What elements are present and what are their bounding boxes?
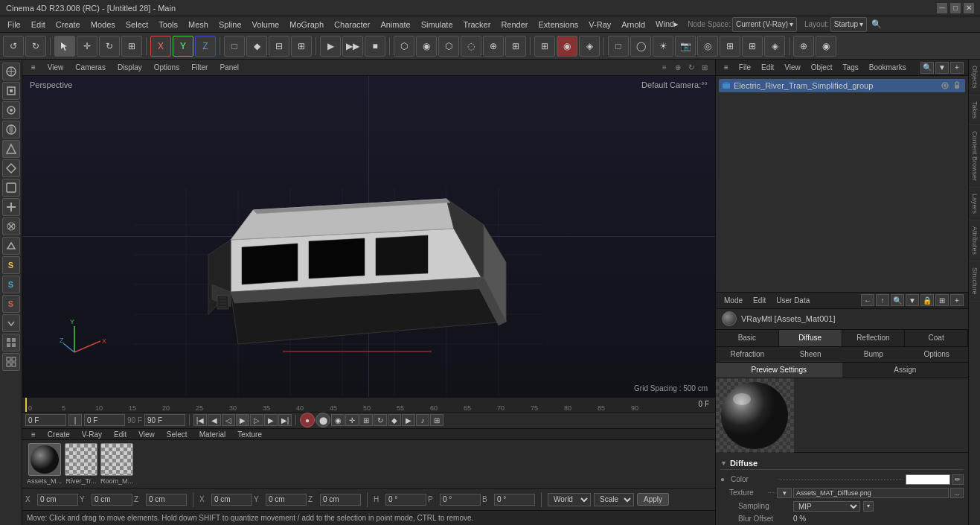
coord-y-input[interactable] bbox=[92, 494, 132, 506]
menu-simulate[interactable]: Simulate bbox=[417, 19, 458, 31]
maximize-button[interactable]: □ bbox=[950, 3, 961, 13]
polygon-mode-button[interactable]: ⊞ bbox=[291, 36, 312, 57]
size-y-input[interactable] bbox=[266, 494, 307, 506]
mat-material[interactable]: Material bbox=[195, 430, 231, 439]
vt-display[interactable]: Display bbox=[113, 63, 147, 72]
left-tool-s1[interactable]: S bbox=[2, 256, 20, 274]
mat-menu-icon[interactable]: ≡ bbox=[27, 430, 40, 439]
layout-search-icon[interactable]: 🔍 bbox=[871, 19, 882, 29]
vt-view[interactable]: View bbox=[43, 63, 68, 72]
prev-key-button[interactable]: ◁ bbox=[222, 414, 235, 426]
end-frame-input[interactable] bbox=[144, 414, 185, 426]
om-bookmarks[interactable]: Bookmarks bbox=[865, 63, 910, 72]
material-item-2[interactable]: Room_M... bbox=[100, 443, 133, 485]
om-menu-icon[interactable]: ≡ bbox=[720, 63, 732, 72]
material-item-0[interactable]: Assets_M... bbox=[27, 443, 62, 485]
mat-texture[interactable]: Texture bbox=[233, 430, 266, 439]
left-tool-8[interactable] bbox=[2, 217, 20, 235]
mat-vray[interactable]: V-Ray bbox=[77, 430, 106, 439]
next-key-button[interactable]: ▷ bbox=[250, 414, 263, 426]
frame-prev-input[interactable]: | bbox=[68, 414, 82, 426]
ae-back-icon[interactable]: ← bbox=[861, 294, 874, 306]
left-tool-s2[interactable]: S bbox=[2, 276, 20, 293]
render-button[interactable]: ◉ bbox=[557, 36, 577, 57]
coord-x-input[interactable] bbox=[37, 494, 78, 506]
left-tool-1[interactable] bbox=[2, 82, 20, 100]
om-view[interactable]: View bbox=[781, 63, 804, 72]
motion-mode-button[interactable]: ◉ bbox=[331, 414, 345, 426]
sky-button[interactable]: ◯ bbox=[630, 36, 651, 57]
3d-viewport[interactable]: Perspective Default Camera:°° Grid Spaci… bbox=[22, 76, 715, 397]
assign-tab[interactable]: Assign bbox=[842, 363, 969, 378]
timeline-ruler[interactable]: 0 5 10 15 20 25 30 35 40 45 50 55 60 65 … bbox=[22, 398, 715, 413]
close-button[interactable]: ✕ bbox=[964, 3, 974, 13]
minimize-button[interactable]: ─ bbox=[937, 3, 947, 13]
side-tab-structure[interactable]: Structure bbox=[969, 261, 980, 302]
left-tool-6[interactable] bbox=[2, 179, 20, 197]
menu-tracker[interactable]: Tracker bbox=[459, 19, 496, 31]
stop-button[interactable]: ■ bbox=[365, 36, 385, 57]
select-mode-button[interactable] bbox=[54, 36, 75, 57]
mat-sub-sheen[interactable]: Sheen bbox=[779, 347, 842, 362]
mat-tab-basic[interactable]: Basic bbox=[716, 330, 779, 346]
ae-search-icon[interactable]: 🔍 bbox=[891, 294, 904, 306]
tree-item-tram[interactable]: Electric_River_Tram_Simplified_group bbox=[719, 79, 965, 92]
apply-button[interactable]: Apply bbox=[637, 493, 669, 506]
left-tool-4[interactable] bbox=[2, 140, 20, 158]
menu-tools[interactable]: Tools bbox=[154, 19, 182, 31]
prev-frame-button[interactable]: ◀ bbox=[208, 414, 221, 426]
vt-options[interactable]: Options bbox=[150, 63, 184, 72]
menu-file[interactable]: File bbox=[3, 19, 25, 31]
mat-sub-options[interactable]: Options bbox=[905, 347, 968, 362]
preview-settings-tab[interactable]: Preview Settings bbox=[716, 363, 842, 378]
mat-create[interactable]: Create bbox=[43, 430, 74, 439]
preview-button[interactable]: ▶ bbox=[402, 414, 415, 426]
side-tab-content-browser[interactable]: Content Browser bbox=[969, 125, 980, 188]
auto-key-button[interactable]: ⬤ bbox=[316, 413, 330, 427]
ae-mode[interactable]: Mode bbox=[720, 296, 746, 305]
side-tab-layers[interactable]: Layers bbox=[969, 188, 980, 220]
cinema-button[interactable]: ▶ bbox=[320, 36, 341, 57]
key-sel-button[interactable]: ↻ bbox=[374, 414, 387, 426]
object-mode-button[interactable]: □ bbox=[224, 36, 245, 57]
ae-add-icon[interactable]: + bbox=[950, 294, 964, 306]
menu-character[interactable]: Character bbox=[330, 19, 374, 31]
layout-selector[interactable]: Startup ▾ bbox=[830, 17, 867, 32]
snapping-button[interactable]: ⊕ bbox=[793, 36, 814, 57]
ae-up-icon[interactable]: ↑ bbox=[876, 294, 889, 306]
edge-mode-button[interactable]: ⊟ bbox=[269, 36, 289, 57]
target-button[interactable]: ◎ bbox=[697, 36, 718, 57]
texture-dropdown[interactable]: ▾ bbox=[777, 488, 792, 498]
next-frame-button[interactable]: ▶ bbox=[264, 414, 278, 426]
spline-button[interactable]: ◌ bbox=[461, 36, 481, 57]
sound-button[interactable]: ♪ bbox=[416, 414, 429, 426]
array-button[interactable]: ⊞ bbox=[505, 36, 526, 57]
mat-view[interactable]: View bbox=[134, 430, 159, 439]
color-picker-button[interactable]: ✏ bbox=[952, 474, 964, 485]
ae-dots-icon[interactable]: ⊞ bbox=[935, 294, 949, 306]
left-tool-arrow[interactable] bbox=[2, 314, 20, 332]
viewport-icon-4[interactable]: ⊞ bbox=[699, 62, 711, 74]
play-button[interactable]: ▶ bbox=[236, 414, 249, 426]
x-axis-button[interactable]: X bbox=[150, 36, 171, 57]
redo-button[interactable]: ↻ bbox=[25, 36, 46, 57]
side-tab-attributes[interactable]: Attributes bbox=[969, 220, 980, 261]
start-frame-input[interactable] bbox=[84, 414, 125, 426]
left-tool-3[interactable] bbox=[2, 121, 20, 139]
key-pos-button[interactable]: ◆ bbox=[388, 414, 401, 426]
extra-key-button[interactable]: ⊞ bbox=[430, 414, 443, 426]
left-tool-7[interactable] bbox=[2, 198, 20, 216]
sampling-select[interactable]: MIP None Summed Area bbox=[793, 501, 860, 512]
om-search-icon[interactable]: 🔍 bbox=[920, 62, 934, 74]
menu-create[interactable]: Create bbox=[51, 19, 85, 31]
y-axis-button[interactable]: Y bbox=[173, 36, 193, 57]
symbol-button[interactable]: ⊞ bbox=[742, 36, 763, 57]
menu-render[interactable]: Render bbox=[496, 19, 532, 31]
snap-options-button[interactable]: ◉ bbox=[816, 36, 836, 57]
coord-z-input[interactable] bbox=[146, 494, 187, 506]
mat-sub-refraction[interactable]: Refraction bbox=[716, 347, 779, 362]
side-tab-takes[interactable]: Takes bbox=[969, 95, 980, 126]
size-z-input[interactable] bbox=[320, 494, 361, 506]
mat-tab-coat[interactable]: Coat bbox=[905, 330, 968, 346]
diffuse-fold-arrow[interactable]: ▼ bbox=[720, 459, 727, 467]
